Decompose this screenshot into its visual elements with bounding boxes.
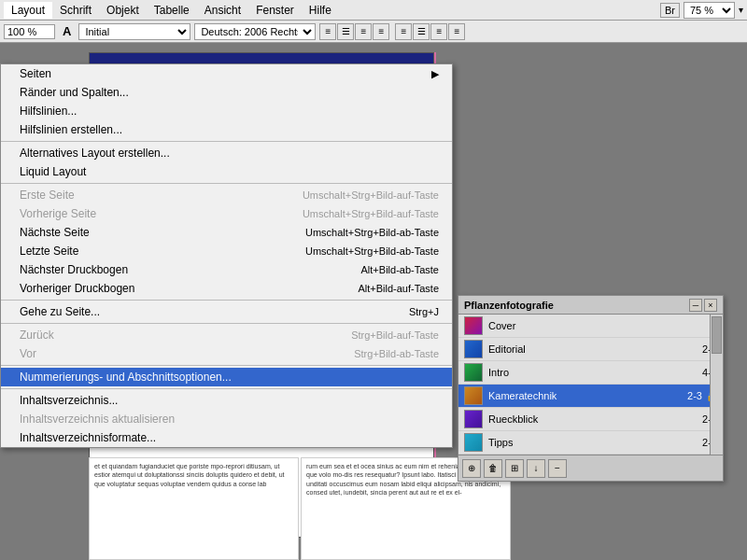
menu-item-alt-layout[interactable]: Alternatives Layout erstellen... bbox=[1, 144, 452, 162]
zurueck-shortcut: Strg+Bild-auf-Taste bbox=[332, 329, 439, 341]
separator-5 bbox=[1, 365, 452, 366]
page-name-intro: Intro bbox=[488, 367, 697, 378]
align-left-btn2[interactable]: ≡ bbox=[395, 23, 412, 40]
align-justify-btn[interactable]: ≡ bbox=[373, 23, 389, 40]
menu-item-liquid-label: Liquid Layout bbox=[20, 165, 86, 178]
separator-3 bbox=[1, 300, 452, 301]
menu-tabelle[interactable]: Tabelle bbox=[147, 2, 197, 19]
align-left-btn[interactable]: ≡ bbox=[319, 23, 336, 40]
menu-hilfe[interactable]: Hilfe bbox=[302, 2, 339, 19]
page-item-cover[interactable]: Cover 1 bbox=[458, 315, 723, 338]
page-name-tipps: Tipps bbox=[488, 437, 697, 448]
menu-item-hilfslinien-label: Hilfslinien... bbox=[20, 105, 77, 118]
menu-item-naechste-seite[interactable]: Nächste Seite Umschalt+Strg+Bild-ab-Tast… bbox=[1, 223, 452, 242]
menu-item-liquid[interactable]: Liquid Layout bbox=[1, 162, 452, 181]
menu-item-raender-label: Ränder und Spalten... bbox=[20, 86, 129, 99]
page-name-editorial: Editorial bbox=[488, 343, 697, 355]
menu-item-letzte-seite[interactable]: Letzte Seite Umschalt+Strg+Bild-ab-Taste bbox=[1, 242, 452, 260]
menu-schrift[interactable]: Schrift bbox=[52, 2, 99, 19]
vorheriger-druckbogen-shortcut: Alt+Bild-auf-Taste bbox=[339, 283, 439, 294]
menu-item-hilfslinien[interactable]: Hilfslinien... bbox=[1, 102, 452, 120]
menu-item-vor-label: Vor bbox=[20, 347, 36, 360]
menu-bar: Layout Schrift Objekt Tabelle Ansicht Fe… bbox=[0, 0, 747, 21]
panel-move-btn[interactable]: ↓ bbox=[527, 459, 545, 478]
page-item-intro[interactable]: Intro 4-5 bbox=[458, 361, 723, 385]
separator-1 bbox=[1, 141, 452, 142]
menu-item-letzte-seite-label: Letzte Seite bbox=[20, 245, 78, 258]
page-item-kameratechnik[interactable]: Kameratechnik 2-3 🔒 bbox=[458, 385, 723, 408]
page-name-rueckblick: Rueckblick bbox=[488, 413, 697, 425]
letzte-seite-shortcut: Umschalt+Strg+Bild-ab-Taste bbox=[287, 245, 439, 257]
align-buttons-group: ≡ ☰ ≡ ≡ bbox=[319, 23, 389, 40]
vorherige-seite-shortcut: Umschalt+Strg+Bild-auf-Taste bbox=[284, 208, 439, 219]
panel-new-section-btn[interactable]: ⊞ bbox=[505, 459, 524, 478]
naechster-druckbogen-shortcut: Alt+Bild-ab-Taste bbox=[343, 264, 439, 275]
pages-panel: Pflanzenfotografie ─ × Cover 1 Editorial… bbox=[458, 295, 724, 482]
menu-layout[interactable]: Layout bbox=[4, 2, 52, 19]
menu-fenster[interactable]: Fenster bbox=[248, 2, 302, 19]
menu-ansicht[interactable]: Ansicht bbox=[197, 2, 248, 19]
panel-controls: ─ × bbox=[689, 299, 717, 312]
br-button[interactable]: Br bbox=[660, 3, 680, 18]
menu-item-inhaltsverzeichnis[interactable]: Inhaltsverzeichnis... bbox=[1, 391, 452, 410]
menu-item-erste-seite: Erste Seite Umschalt+Strg+Bild-auf-Taste bbox=[1, 186, 452, 204]
menu-item-inhaltsverzeichnisformate-label: Inhaltsverzeichnisformate... bbox=[20, 431, 156, 444]
menu-objekt[interactable]: Objekt bbox=[99, 2, 147, 19]
menu-item-seiten-label: Seiten bbox=[20, 67, 51, 80]
page-thumb-intro bbox=[464, 363, 483, 382]
separator-4 bbox=[1, 323, 452, 324]
menu-item-seiten[interactable]: Seiten ▶ bbox=[1, 64, 452, 83]
panel-add-page-btn[interactable]: ⊕ bbox=[462, 459, 481, 478]
page-item-rueckblick[interactable]: Rueckblick 2-3 bbox=[458, 408, 723, 431]
panel-delete-btn[interactable]: 🗑 bbox=[484, 459, 502, 478]
panel-scrollbar[interactable] bbox=[710, 315, 723, 455]
style-select[interactable]: Initial Normal Überschrift bbox=[78, 23, 190, 40]
align-center-btn[interactable]: ☰ bbox=[337, 23, 354, 40]
menu-item-vorherige-seite-label: Vorherige Seite bbox=[20, 207, 96, 220]
bottom-text-col1-content: et et quiandam fugianduciet que poriste … bbox=[94, 463, 285, 487]
align-center-btn2[interactable]: ☰ bbox=[413, 23, 430, 40]
menu-item-gehe-zu-seite-label: Gehe zu Seite... bbox=[20, 305, 100, 318]
erste-seite-shortcut: Umschalt+Strg+Bild-auf-Taste bbox=[284, 189, 439, 201]
menu-item-vorheriger-druckbogen[interactable]: Vorheriger Druckbogen Alt+Bild-auf-Taste bbox=[1, 279, 452, 298]
menu-item-hilfslinien-erstellen-label: Hilfslinien erstellen... bbox=[20, 123, 122, 136]
panel-scrollbar-thumb[interactable] bbox=[712, 316, 722, 354]
menu-item-nummerierung-label: Nummerierungs- und Abschnittsoptionen... bbox=[20, 371, 232, 384]
separator-2 bbox=[1, 183, 452, 184]
panel-minus-btn[interactable]: − bbox=[548, 459, 567, 478]
align-right-btn2[interactable]: ≡ bbox=[430, 23, 447, 40]
page-item-editorial[interactable]: Editorial 2-3 bbox=[458, 338, 723, 361]
zoom-select[interactable]: 75 % 100 % 50 % bbox=[684, 2, 735, 19]
page-item-tipps[interactable]: Tipps 2-4 bbox=[458, 431, 723, 455]
seiten-arrow-icon: ▶ bbox=[431, 68, 439, 80]
menu-item-zurueck: Zurück Strg+Bild-auf-Taste bbox=[1, 326, 452, 344]
menu-item-zurueck-label: Zurück bbox=[20, 329, 54, 342]
align-justify-btn2[interactable]: ≡ bbox=[448, 23, 465, 40]
zoom-arrow-icon: ▾ bbox=[739, 5, 743, 15]
menu-item-naechster-druckbogen[interactable]: Nächster Druckbogen Alt+Bild-ab-Taste bbox=[1, 260, 452, 279]
menu-item-inhaltsverzeichnis-aktualisieren-label: Inhaltsverzeichnis aktualisieren bbox=[20, 413, 175, 426]
lang-select[interactable]: Deutsch: 2006 Rechtschreib. English bbox=[194, 23, 316, 40]
bottom-text-col1: et et quiandam fugianduciet que poriste … bbox=[89, 457, 299, 560]
menu-bar-right: Br 75 % 100 % 50 % ▾ bbox=[660, 2, 743, 19]
naechste-seite-shortcut: Umschalt+Strg+Bild-ab-Taste bbox=[287, 227, 439, 238]
menu-item-vorherige-seite: Vorherige Seite Umschalt+Strg+Bild-auf-T… bbox=[1, 204, 452, 223]
page-num-kameratechnik: 2-3 bbox=[687, 390, 702, 401]
menu-item-nummerierung[interactable]: Nummerierungs- und Abschnittsoptionen... bbox=[1, 368, 452, 386]
separator-6 bbox=[1, 388, 452, 389]
page-thumb-tipps bbox=[464, 433, 483, 452]
menu-item-naechster-druckbogen-label: Nächster Druckbogen bbox=[20, 263, 128, 276]
gehe-zu-seite-shortcut: Strg+J bbox=[390, 306, 439, 317]
panel-close-btn[interactable]: × bbox=[704, 299, 717, 312]
menu-item-hilfslinien-erstellen[interactable]: Hilfslinien erstellen... bbox=[1, 120, 452, 139]
menu-item-alt-layout-label: Alternatives Layout erstellen... bbox=[20, 147, 170, 160]
menu-item-inhaltsverzeichnis-aktualisieren: Inhaltsverzeichnis aktualisieren bbox=[1, 410, 452, 428]
menu-item-gehe-zu-seite[interactable]: Gehe zu Seite... Strg+J bbox=[1, 302, 452, 321]
panel-header: Pflanzenfotografie ─ × bbox=[458, 296, 723, 315]
zoom-input[interactable] bbox=[4, 24, 55, 39]
align-right-btn[interactable]: ≡ bbox=[355, 23, 372, 40]
menu-item-raender[interactable]: Ränder und Spalten... bbox=[1, 83, 452, 102]
page-thumb-cover bbox=[464, 316, 483, 335]
panel-minimize-btn[interactable]: ─ bbox=[689, 299, 702, 312]
menu-item-inhaltsverzeichnisformate[interactable]: Inhaltsverzeichnisformate... bbox=[1, 428, 452, 447]
